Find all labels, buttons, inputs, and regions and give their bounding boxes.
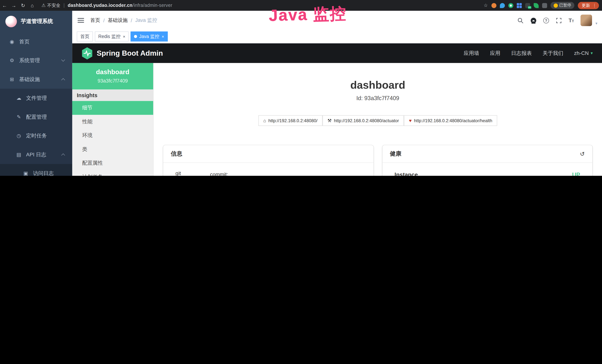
breadcrumb-infrastructure[interactable]: 基础设施	[108, 17, 128, 24]
cards-grid: 信息 git commit: time: 1596289704000 id: 2…	[163, 145, 592, 176]
sidebar-item-infrastructure[interactable]: ⊞ 基础设施	[0, 70, 72, 89]
close-icon[interactable]: ×	[162, 34, 164, 39]
sba-brand[interactable]: Spring Boot Admin	[81, 47, 163, 60]
emoji-icon	[553, 3, 558, 8]
sba-title: Spring Boot Admin	[97, 49, 163, 57]
app-sidebar: 芋道管理系统 ◉ 首页 ⚙ 系统管理 ⊞ 基础设施 ☁ 文件管理 ✎ 配置管理 …	[0, 11, 72, 176]
sidebar-item-system-management[interactable]: ⚙ 系统管理	[0, 51, 72, 70]
avatar[interactable]	[580, 15, 592, 26]
sidebar-item-api-logs[interactable]: ▤ API 日志	[0, 145, 72, 164]
browser-menu-icon[interactable]: ⋮	[592, 3, 597, 8]
sidebar-item-config-management[interactable]: ✎ 配置管理	[0, 107, 72, 126]
instance-nav-scheduled-tasks[interactable]: 计划任务	[72, 170, 153, 176]
tag-home[interactable]: 首页	[77, 32, 93, 42]
service-url-link[interactable]: ⌂http://192.168.0.2:48080/	[258, 115, 322, 126]
extension-grid-icon[interactable]	[516, 3, 522, 8]
tag-java-monitor[interactable]: Java 监控×	[131, 32, 168, 42]
health-url-link[interactable]: ♥http://192.168.0.2:48080/actuator/healt…	[404, 115, 497, 126]
sidebar-item-scheduled-jobs[interactable]: ◷ 定时任务	[0, 126, 72, 145]
screen: ← → ↻ ⌂ ⚠ 不安全 | dashboard.yudao.iocoder.…	[0, 0, 602, 176]
font-size-icon[interactable]: TT	[569, 17, 574, 23]
paused-label: 已暂停	[559, 3, 571, 8]
annotation-java-monitor: Java 监控	[269, 3, 347, 26]
sidebar-item-file-management[interactable]: ☁ 文件管理	[0, 89, 72, 107]
home-icon: ⌂	[263, 118, 266, 123]
browser-actions: ☆ on 已暂停 更新⋮	[484, 2, 602, 9]
info-git-row: git commit: time: 1596289704000 id: 27aa…	[171, 169, 366, 176]
page-title: dashboard	[153, 79, 602, 91]
gear-icon: ⚙	[8, 58, 16, 64]
hamburger-icon[interactable]	[77, 18, 84, 23]
sba-nav: 应用墙 应用 日志报表 关于我们 zh-CN▾	[464, 50, 593, 57]
sba-nav-applications[interactable]: 应用	[490, 50, 500, 57]
extension-icon[interactable]	[500, 3, 505, 8]
locale-select[interactable]: zh-CN▾	[574, 50, 593, 56]
sba-header: Spring Boot Admin 应用墙 应用 日志报表 关于我们 zh-CN…	[72, 43, 602, 63]
health-instance-row[interactable]: Instance UP	[390, 169, 585, 176]
on-badge: on	[528, 6, 531, 9]
app-logo-avatar	[5, 16, 17, 27]
clock-icon: ◷	[15, 133, 23, 139]
status-badge: UP	[572, 171, 580, 176]
instance-nav-configprops[interactable]: 配置属性	[72, 156, 153, 170]
navbar-actions: ? TT ▾	[517, 15, 597, 26]
update-label: 更新	[582, 2, 590, 8]
log-icon: ▣	[22, 171, 30, 176]
insights-section-label: Insights	[72, 89, 153, 101]
leaf-extension-icon[interactable]	[533, 3, 538, 8]
info-value: commit: time: 1596289704000 id: 27aa832 …	[210, 171, 266, 176]
sidebar-item-home[interactable]: ◉ 首页	[0, 32, 72, 51]
sba-nav-journal[interactable]: 日志报表	[511, 50, 532, 57]
instance-nav-metrics[interactable]: 性能	[72, 115, 153, 129]
breadcrumb-home[interactable]: 首页	[90, 17, 100, 24]
caret-down-icon[interactable]: ▾	[595, 21, 597, 26]
breadcrumb-java-monitor: Java 监控	[135, 17, 157, 24]
home-icon[interactable]: ⌂	[28, 2, 37, 8]
health-card: 健康↺ Instance UP	[382, 145, 592, 176]
breadcrumb: 首页 / 基础设施 / Java 监控	[90, 17, 157, 24]
bookmark-star-icon[interactable]: ☆	[484, 3, 488, 8]
instance-nav-classes[interactable]: 类	[72, 142, 153, 156]
edit-icon: ✎	[15, 114, 23, 120]
chevron-up-icon	[61, 78, 65, 82]
update-button[interactable]: 更新⋮	[578, 2, 599, 9]
instance-header[interactable]: dashboard 93a3fc7f7409	[72, 63, 153, 90]
sba-nav-wallboard[interactable]: 应用墙	[464, 50, 479, 57]
security-label[interactable]: 不安全	[47, 2, 60, 8]
caret-down-icon: ▾	[591, 51, 593, 56]
instance-nav-environment[interactable]: 环境	[72, 129, 153, 143]
page-subtitle: Id: 93a3fc7f7409	[153, 95, 602, 101]
info-key: git	[175, 171, 210, 176]
reload-icon[interactable]: ↻	[18, 2, 28, 8]
instance-nav-details[interactable]: 细节	[72, 101, 153, 115]
back-icon[interactable]: ←	[0, 2, 9, 8]
active-dot	[134, 35, 137, 38]
sidebar-item-access-logs[interactable]: ▣ 访问日志	[0, 164, 72, 176]
vue-devtools-icon[interactable]	[508, 3, 513, 8]
instance-links: ⌂http://192.168.0.2:48080/ ⚒http://192.1…	[153, 115, 602, 126]
paused-badge[interactable]: 已暂停	[550, 2, 574, 9]
history-icon[interactable]: ↺	[580, 150, 585, 157]
health-card-title: 健康	[390, 150, 401, 157]
close-icon[interactable]: ×	[123, 34, 125, 39]
app-logo[interactable]: 芋道管理系统	[0, 11, 72, 32]
github-icon[interactable]	[530, 17, 537, 23]
actuator-url-link[interactable]: ⚒http://192.168.0.2:48080/actuator	[322, 115, 404, 126]
help-icon[interactable]: ?	[543, 17, 549, 23]
app-title: 芋道管理系统	[21, 18, 53, 25]
instance-id: 93a3fc7f7409	[72, 78, 153, 84]
fullscreen-icon[interactable]	[556, 17, 562, 23]
search-icon[interactable]	[517, 17, 524, 23]
url-path: /infra/admin-server	[132, 3, 172, 8]
address-bar[interactable]: dashboard.yudao.iocoder.cn/infra/admin-s…	[68, 3, 172, 8]
extension-icon[interactable]	[491, 3, 496, 8]
health-instance-label: Instance	[395, 171, 418, 176]
forward-icon[interactable]: →	[9, 2, 19, 8]
dashboard-icon: ◉	[8, 39, 16, 44]
tag-redis-monitor[interactable]: Redis 监控×	[95, 32, 129, 42]
sba-nav-about[interactable]: 关于我们	[542, 50, 563, 57]
proxy-extension-icon[interactable]: on	[525, 3, 530, 8]
tag-bar: 首页 Redis 监控× Java 监控×	[72, 30, 602, 43]
sba-logo-icon	[81, 47, 93, 60]
extensions-puzzle-icon[interactable]	[542, 3, 547, 8]
